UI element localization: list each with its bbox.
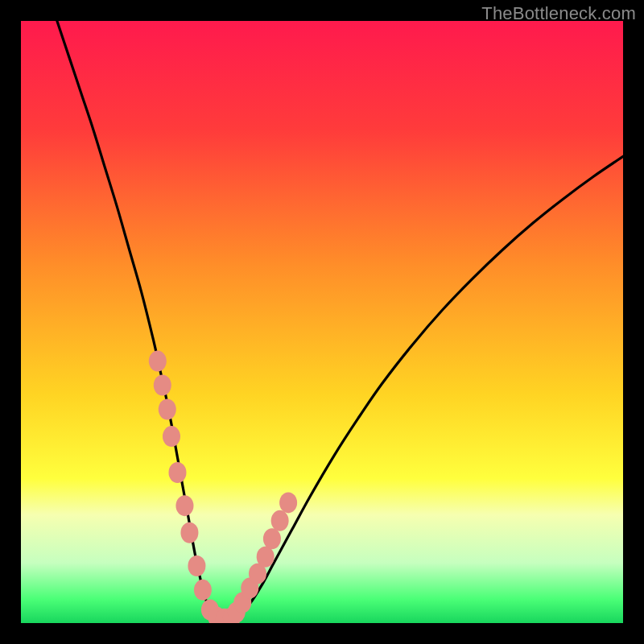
curve-marker [159,398,176,419]
curve-marker [168,462,186,483]
watermark-text: TheBottleneck.com [481,3,636,24]
curve-marker [279,492,297,513]
bottleneck-chart [21,21,623,623]
curve-marker [149,351,167,372]
curve-marker [163,426,180,447]
curve-marker [175,495,193,516]
curve-marker [188,555,205,576]
curve-marker [263,528,281,549]
curve-marker [154,375,171,396]
gradient-background [21,21,623,623]
chart-frame: TheBottleneck.com [0,0,644,644]
curve-marker [271,510,289,531]
curve-marker [194,580,212,601]
curve-marker [257,547,275,568]
curve-marker [180,522,198,543]
